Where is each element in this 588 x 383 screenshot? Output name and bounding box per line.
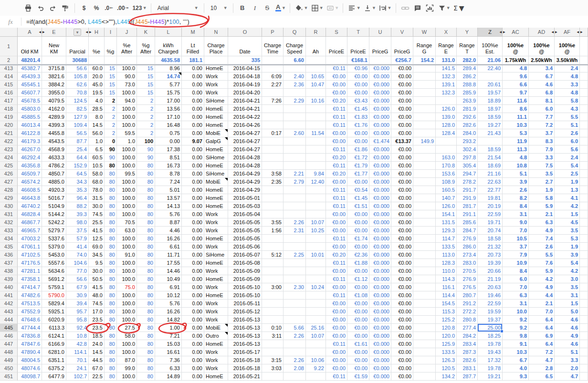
cell[interactable]: 4.9 [529,227,555,235]
row-header-416[interactable]: 416 [0,89,18,97]
cell[interactable]: 5.1 [555,348,580,356]
column-header-J[interactable]: J [117,28,137,37]
cell[interactable]: €0.000 [369,227,391,235]
cell[interactable] [262,316,284,324]
cell[interactable]: 1.0 [89,137,105,145]
cell[interactable]: 13.56 [155,105,182,113]
cell[interactable]: 13.57 [155,194,182,202]
column-header-hidden[interactable]: ▶ [580,28,588,37]
cell[interactable]: 16.26 [155,235,182,243]
cell[interactable]: 2016-05-05 [228,218,262,227]
cell[interactable]: 10.8 [66,332,89,340]
cell[interactable]: 0.00 [182,145,204,154]
cell[interactable]: 5.1 [503,170,529,178]
cell[interactable]: Work [204,72,228,81]
cell[interactable] [306,194,326,202]
cell[interactable]: 41.5 [89,227,105,235]
cell[interactable]: 19.78 [478,340,503,348]
cell[interactable]: 2016-04-19 [228,81,262,89]
cell[interactable]: 21.06 [478,56,503,64]
cell[interactable]: €0.00 [326,72,347,81]
cell[interactable]: SiHome [204,170,228,178]
cell[interactable]: 286.0 [457,243,478,251]
cell[interactable]: 48074.6 [18,364,42,373]
cell[interactable]: 67.9 [66,283,89,291]
cell[interactable]: €0.000 [369,348,391,356]
cell[interactable]: 3.5 [555,227,580,235]
cell[interactable]: €0.54 [347,186,369,194]
cell[interactable]: 90 [105,154,117,162]
cell[interactable]: 2016-04-29 [228,170,262,178]
cell[interactable]: 9.8 [503,332,529,340]
cell[interactable]: 2.6 [503,186,529,194]
cell[interactable]: 4.3 [555,105,580,113]
cell[interactable]: 14.89 [155,373,182,381]
column-header-K[interactable]: K [137,28,155,37]
cell[interactable]: 7.21 [155,332,182,340]
cell[interactable]: 10.5 [89,162,105,170]
cell[interactable]: 16.61 [155,348,182,356]
cell[interactable]: 126.0 [436,202,457,210]
cell[interactable]: €0.00 [391,194,413,202]
cell[interactable]: 0.00 [182,356,204,364]
cell[interactable]: 46828.4 [18,210,42,218]
cell[interactable]: 62.6 [66,81,89,89]
cell[interactable]: 64.5 [66,170,89,178]
cell[interactable]: 289.4 [457,64,478,72]
cell[interactable]: 80 [105,316,117,324]
row-header-431[interactable]: 431 [0,210,18,218]
cell[interactable]: 163.0 [436,154,457,162]
cell[interactable]: 6.4 [529,340,555,348]
cell[interactable]: 17.0 [89,308,105,316]
cell[interactable]: 8.0 [89,113,105,121]
row-header-440[interactable]: 440 [0,283,18,291]
cell[interactable]: €0.00 [391,364,413,373]
cell[interactable]: 5829.4 [42,300,66,308]
cell[interactable]: 19.81 [478,194,503,202]
cell[interactable]: 80 [137,218,155,227]
cell[interactable]: 45.0 [89,81,105,89]
cell[interactable] [580,121,588,129]
cell[interactable]: 46179.3 [18,137,42,145]
cell[interactable] [262,162,284,170]
cell[interactable]: 2016-05-11 [228,300,262,308]
cell[interactable] [284,316,306,324]
hidden-columns-arrow-icon[interactable]: ▶ [503,31,505,33]
cell[interactable]: 11.9 [503,137,529,145]
cell[interactable]: 21.43 [478,129,503,137]
cell[interactable] [137,56,155,64]
row-header-424[interactable]: 424 [0,154,18,162]
cell[interactable]: 11.3 [503,145,529,154]
cell[interactable] [413,267,436,275]
cell[interactable]: 47358.1 [18,275,42,283]
cell[interactable]: 4543.5 [42,137,66,145]
insert-link-button[interactable] [399,2,411,14]
cell[interactable]: 80 [137,316,155,324]
cell[interactable] [580,267,588,275]
cell[interactable]: 21.54 [478,154,503,162]
cell[interactable]: 281.9 [457,105,478,113]
cell[interactable]: €0.00 [326,324,347,332]
cell[interactable]: 2 [105,121,117,129]
cell[interactable]: 73.0 [117,81,137,89]
cell[interactable]: 4399.3 [42,121,66,129]
cell[interactable]: 100.0 [117,89,137,97]
cell[interactable]: 67.0 [89,364,105,373]
cell[interactable]: 17.55 [155,259,182,267]
cell[interactable]: €0.20 [326,170,347,178]
cell[interactable]: 35.3 [66,186,89,194]
cell[interactable]: 5.6 [555,145,580,154]
cell[interactable]: 10.12 [155,291,182,300]
cell[interactable]: 14.13 [155,202,182,210]
cell[interactable]: 47482.6 [18,291,42,300]
cell[interactable]: 80 [105,243,117,251]
column-header-O[interactable]: O [228,28,262,37]
cell[interactable]: 4.6 [555,340,580,348]
cell[interactable]: 14.46 [155,267,182,275]
cell[interactable]: €0.00 [326,137,347,145]
cell[interactable] [306,373,326,381]
cell[interactable]: 7.0 [503,283,529,291]
cell[interactable]: 94.0 [117,97,137,105]
cell[interactable]: 6.4 [529,324,555,332]
cell[interactable]: 46013.4 [18,121,42,129]
